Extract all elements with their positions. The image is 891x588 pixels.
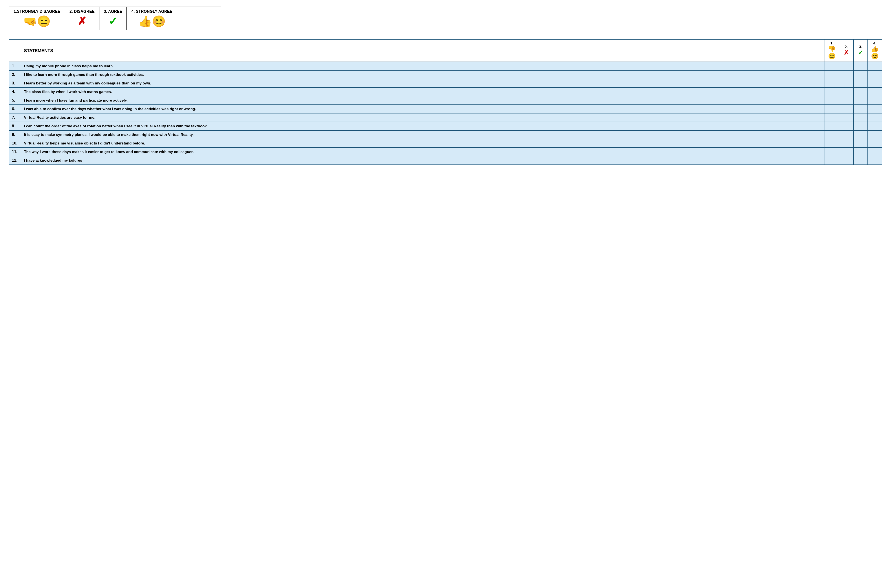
rating-col1[interactable] (825, 87, 839, 96)
rating-col3[interactable] (854, 105, 868, 113)
rating-col4[interactable] (868, 130, 882, 139)
row-number: 9. (9, 130, 21, 139)
rating-col2[interactable] (839, 70, 854, 79)
table-row: 12.I have acknowledged my failures (9, 156, 882, 165)
header-col1-label: 1. (828, 41, 836, 45)
legend-col2-icon: ✗ (69, 15, 94, 28)
rating-col2[interactable] (839, 87, 854, 96)
row-number: 6. (9, 105, 21, 113)
rating-col1[interactable] (825, 62, 839, 70)
rating-col2[interactable] (839, 139, 854, 147)
statements-header: STATEMENTS (21, 39, 825, 62)
row-statement: It is easy to make symmetry planes. I wo… (21, 130, 825, 139)
rating-col4[interactable] (868, 105, 882, 113)
rating-col3[interactable] (854, 147, 868, 156)
legend-col1: 1.STRONGLY DISAGREE 🤜😑 (9, 7, 65, 30)
header-col3-icon: ✓ (858, 49, 863, 56)
rating-col1[interactable] (825, 105, 839, 113)
row-statement: I learn better by working as a team with… (21, 79, 825, 87)
legend-col3: 3. AGREE ✓ (99, 7, 127, 30)
rating-col4[interactable] (868, 139, 882, 147)
row-statement: I have acknowledged my failures (21, 156, 825, 165)
rating-col3[interactable] (854, 122, 868, 130)
table-row: 2.I like to learn more through games tha… (9, 70, 882, 79)
rating-col4[interactable] (868, 156, 882, 165)
survey-header-row: STATEMENTS 1. 👎😑 2. ✗ 3. ✓ 4. 👍😊 (9, 39, 882, 62)
rating-col1[interactable] (825, 147, 839, 156)
rating-col1[interactable] (825, 70, 839, 79)
rating-col4[interactable] (868, 147, 882, 156)
rating-col3[interactable] (854, 96, 868, 105)
rating-col4[interactable] (868, 96, 882, 105)
rating-col4[interactable] (868, 79, 882, 87)
rating-col2[interactable] (839, 130, 854, 139)
legend-col4-label: 4. STRONGLY AGREE (131, 9, 172, 14)
rating-col3[interactable] (854, 70, 868, 79)
rating-col2[interactable] (839, 156, 854, 165)
legend-table: 1.STRONGLY DISAGREE 🤜😑 2. DISAGREE ✗ 3. … (9, 7, 221, 30)
rating-col3[interactable] (854, 87, 868, 96)
legend-col4: 4. STRONGLY AGREE 👍😊 (127, 7, 177, 30)
rating-col1[interactable] (825, 139, 839, 147)
rating-col3[interactable] (854, 113, 868, 122)
row-statement: I can count the order of the axes of rot… (21, 122, 825, 130)
row-statement: The class flies by when I work with math… (21, 87, 825, 96)
legend-col1-label: 1.STRONGLY DISAGREE (14, 9, 60, 14)
row-statement: The way I work these days makes it easie… (21, 147, 825, 156)
table-row: 1.Using my mobile phone in class helps m… (9, 62, 882, 70)
table-row: 10.Virtual Reality helps me visualise ob… (9, 139, 882, 147)
header-col2-label: 2. (842, 45, 850, 49)
legend-col2-label: 2. DISAGREE (69, 9, 94, 14)
rating-col2[interactable] (839, 96, 854, 105)
table-row: 11.The way I work these days makes it ea… (9, 147, 882, 156)
rating-col2[interactable] (839, 113, 854, 122)
legend-col2: 2. DISAGREE ✗ (65, 7, 99, 30)
rating-col4[interactable] (868, 70, 882, 79)
rating-col1[interactable] (825, 156, 839, 165)
rating-col1[interactable] (825, 122, 839, 130)
row-statement: Virtual Reality activities are easy for … (21, 113, 825, 122)
rating-col2[interactable] (839, 122, 854, 130)
header-col2: 2. ✗ (839, 39, 854, 62)
row-statement: I learn more when I have fun and partici… (21, 96, 825, 105)
rating-col2[interactable] (839, 105, 854, 113)
rating-col1[interactable] (825, 79, 839, 87)
row-number: 7. (9, 113, 21, 122)
rating-col3[interactable] (854, 79, 868, 87)
table-row: 7.Virtual Reality activities are easy fo… (9, 113, 882, 122)
row-number: 12. (9, 156, 21, 165)
header-empty-num (9, 39, 21, 62)
rating-col2[interactable] (839, 147, 854, 156)
row-number: 4. (9, 87, 21, 96)
rating-col3[interactable] (854, 62, 868, 70)
table-row: 4.The class flies by when I work with ma… (9, 87, 882, 96)
rating-col4[interactable] (868, 122, 882, 130)
row-statement: Virtual Reality helps me visualise objec… (21, 139, 825, 147)
header-col3: 3. ✓ (854, 39, 868, 62)
table-row: 6.I was able to confirm over the days wh… (9, 105, 882, 113)
row-statement: I like to learn more through games than … (21, 70, 825, 79)
rating-col3[interactable] (854, 130, 868, 139)
rating-col1[interactable] (825, 130, 839, 139)
rating-col4[interactable] (868, 113, 882, 122)
row-statement: I was able to confirm over the days whet… (21, 105, 825, 113)
row-number: 11. (9, 147, 21, 156)
rating-col3[interactable] (854, 139, 868, 147)
rating-col3[interactable] (854, 156, 868, 165)
row-number: 2. (9, 70, 21, 79)
rating-col4[interactable] (868, 87, 882, 96)
rating-col1[interactable] (825, 96, 839, 105)
legend-empty-cell (177, 7, 221, 30)
header-col2-icon: ✗ (844, 49, 849, 56)
table-row: 5.I learn more when I have fun and parti… (9, 96, 882, 105)
row-number: 3. (9, 79, 21, 87)
row-number: 5. (9, 96, 21, 105)
rating-col2[interactable] (839, 79, 854, 87)
table-row: 3.I learn better by working as a team wi… (9, 79, 882, 87)
header-col4-icon: 👍😊 (871, 45, 879, 60)
rating-col1[interactable] (825, 113, 839, 122)
rating-col2[interactable] (839, 62, 854, 70)
legend-col3-label: 3. AGREE (104, 9, 122, 14)
rating-col4[interactable] (868, 62, 882, 70)
header-col4-label: 4. (870, 41, 879, 45)
